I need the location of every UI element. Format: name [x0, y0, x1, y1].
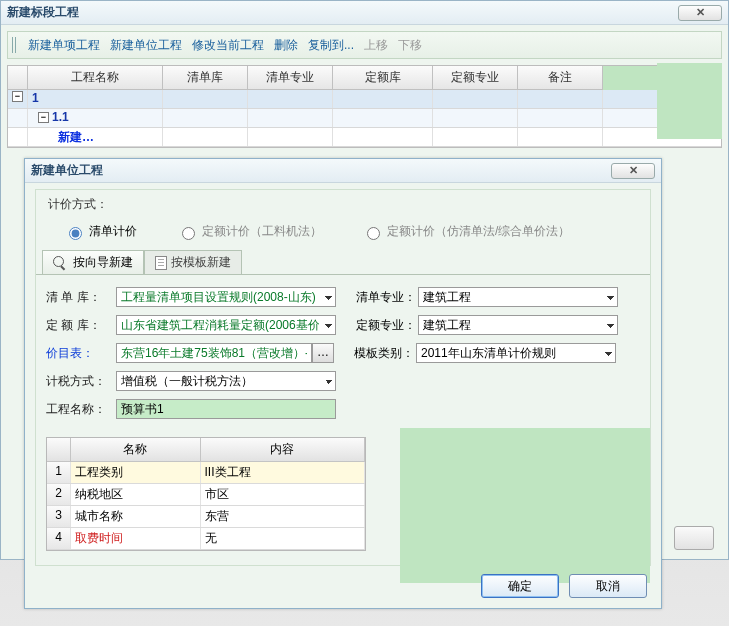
radio-list-pricing[interactable]: 清单计价	[64, 223, 137, 240]
project-grid[interactable]: 工程名称 清单库 清单专业 定额库 定额专业 备注 − 1 −1.1 新建…	[7, 65, 722, 148]
lbl-price-list: 价目表：	[46, 345, 116, 362]
lbl-list-lib: 清 单 库：	[46, 289, 116, 306]
table-row[interactable]: 2 纳税地区 市区	[47, 484, 365, 506]
select-quota-lib[interactable]: 山东省建筑工程消耗量定额(2006基价)	[116, 315, 336, 335]
tb-delete[interactable]: 删除	[270, 35, 302, 56]
dialog-title: 新建单位工程	[31, 162, 103, 179]
dialog-titlebar: 新建单位工程 ✕	[25, 159, 661, 183]
table-row[interactable]: −1.1	[8, 109, 721, 128]
tb-copy-to[interactable]: 复制到...	[304, 35, 358, 56]
pricing-radios: 清单计价 定额计价（工料机法） 定额计价（仿清单法/综合单价法）	[36, 219, 650, 250]
toolbar-grip	[12, 37, 18, 53]
table-row[interactable]: − 1	[8, 90, 721, 109]
ok-button[interactable]: 确定	[481, 574, 559, 598]
table-row[interactable]: 4 取费时间 无	[47, 528, 365, 550]
outer-titlebar: 新建标段工程 ✕	[1, 1, 728, 25]
dialog-new-unit: 新建单位工程 ✕ 计价方式： 清单计价 定额计价（工料机法） 定额计价（仿清单法…	[24, 158, 662, 609]
green-panel	[400, 428, 650, 583]
table-row[interactable]: 新建…	[8, 128, 721, 147]
cancel-button[interactable]: 取消	[569, 574, 647, 598]
col-quotalib[interactable]: 定额库	[333, 66, 433, 90]
new-link[interactable]: 新建…	[28, 128, 163, 146]
col-attr-name[interactable]: 名称	[71, 438, 201, 462]
col-remark[interactable]: 备注	[518, 66, 603, 90]
select-tax-method[interactable]: 增值税（一般计税方法）	[116, 371, 336, 391]
table-row[interactable]: 3 城市名称 东营	[47, 506, 365, 528]
lbl-quota-major: 定额专业：	[356, 317, 418, 334]
lbl-quota-lib: 定 额 库：	[46, 317, 116, 334]
col-quotamajor[interactable]: 定额专业	[433, 66, 518, 90]
search-icon	[53, 256, 69, 270]
tab-template[interactable]: 按模板新建	[144, 250, 242, 274]
toolbar: 新建单项工程 新建单位工程 修改当前工程 删除 复制到... 上移 下移	[7, 31, 722, 59]
lbl-tax-method: 计税方式：	[46, 373, 116, 390]
table-row[interactable]: 1 工程类别 III类工程	[47, 462, 365, 484]
tb-new-single[interactable]: 新建单项工程	[24, 35, 104, 56]
tb-modify[interactable]: 修改当前工程	[188, 35, 268, 56]
radio-quota-labor[interactable]: 定额计价（工料机法）	[177, 223, 322, 240]
tb-new-unit[interactable]: 新建单位工程	[106, 35, 186, 56]
lbl-template-type: 模板类别：	[354, 345, 416, 362]
grid-header: 工程名称 清单库 清单专业 定额库 定额专业 备注	[8, 66, 721, 90]
document-icon	[155, 256, 167, 270]
select-quota-major[interactable]: 建筑工程	[418, 315, 618, 335]
select-list-major[interactable]: 建筑工程	[418, 287, 618, 307]
col-listmajor[interactable]: 清单专业	[248, 66, 333, 90]
tab-wizard[interactable]: 按向导新建	[42, 250, 144, 274]
col-name[interactable]: 工程名称	[28, 66, 163, 90]
col-attr-content[interactable]: 内容	[201, 438, 365, 462]
select-list-lib[interactable]: 工程量清单项目设置规则(2008-山东)	[116, 287, 336, 307]
outer-title: 新建标段工程	[7, 4, 79, 21]
tb-move-down[interactable]: 下移	[394, 35, 426, 56]
collapse-icon[interactable]: −	[12, 91, 23, 102]
pricing-label: 计价方式：	[36, 190, 650, 219]
collapse-icon[interactable]: −	[38, 112, 49, 123]
dialog-body: 计价方式： 清单计价 定额计价（工料机法） 定额计价（仿清单法/综合单价法） 按…	[35, 189, 651, 566]
dialog-buttons: 确定 取消	[481, 574, 647, 598]
tb-move-up[interactable]: 上移	[360, 35, 392, 56]
form: 清 单 库： 工程量清单项目设置规则(2008-山东) 清单专业： 建筑工程 定…	[36, 283, 650, 431]
input-price-list[interactable]	[116, 343, 312, 363]
cell-name[interactable]: 1	[28, 90, 163, 108]
grid-body: − 1 −1.1 新建…	[8, 90, 721, 147]
lbl-list-major: 清单专业：	[356, 289, 418, 306]
close-icon[interactable]: ✕	[678, 5, 722, 21]
hidden-button[interactable]	[674, 526, 714, 550]
browse-button[interactable]: …	[312, 343, 334, 363]
input-proj-name[interactable]	[116, 399, 336, 419]
grid-filler	[657, 63, 722, 139]
close-icon[interactable]: ✕	[611, 163, 655, 179]
lbl-proj-name: 工程名称：	[46, 401, 116, 418]
radio-quota-composite[interactable]: 定额计价（仿清单法/综合单价法）	[362, 223, 570, 240]
attrs-grid[interactable]: 名称 内容 1 工程类别 III类工程 2 纳税地区 市区 3 城市名称 东营 …	[46, 437, 366, 551]
select-template-type[interactable]: 2011年山东清单计价规则	[416, 343, 616, 363]
tabs: 按向导新建 按模板新建	[42, 250, 650, 274]
col-listlib[interactable]: 清单库	[163, 66, 248, 90]
